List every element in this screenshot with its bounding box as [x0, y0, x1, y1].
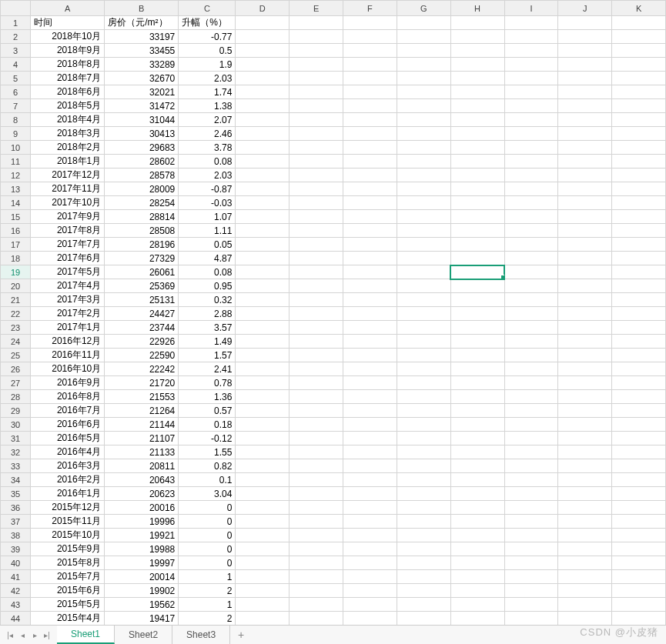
- cell-I8[interactable]: [504, 113, 558, 127]
- cell-F12[interactable]: [343, 169, 397, 182]
- cell-C1[interactable]: 升幅（%）: [179, 16, 236, 30]
- cell-J18[interactable]: [558, 252, 612, 265]
- cell-I19[interactable]: [504, 265, 558, 279]
- cell-A23[interactable]: 2017年1月: [31, 321, 105, 335]
- cell-A19[interactable]: 2017年5月: [31, 265, 105, 279]
- cell-D39[interactable]: [236, 542, 289, 556]
- cell-I11[interactable]: [504, 155, 558, 169]
- row-header-32[interactable]: 32: [1, 445, 31, 459]
- cell-B15[interactable]: 28814: [105, 210, 179, 224]
- cell-G37[interactable]: [397, 515, 450, 529]
- cell-B28[interactable]: 21553: [105, 390, 179, 404]
- column-header-F[interactable]: F: [343, 1, 397, 16]
- cell-I40[interactable]: [504, 556, 558, 570]
- cell-C24[interactable]: 1.49: [179, 335, 236, 349]
- cell-B9[interactable]: 30413: [105, 127, 179, 141]
- cell-I18[interactable]: [504, 252, 558, 265]
- cell-F11[interactable]: [343, 155, 397, 169]
- cell-G12[interactable]: [397, 169, 450, 182]
- cell-D5[interactable]: [236, 72, 289, 85]
- cell-I31[interactable]: [504, 432, 558, 445]
- cell-C35[interactable]: 3.04: [179, 487, 236, 501]
- cell-K7[interactable]: [612, 99, 666, 113]
- cell-B4[interactable]: 33289: [105, 58, 179, 72]
- cell-A37[interactable]: 2015年11月: [31, 515, 105, 529]
- cell-E27[interactable]: [289, 376, 343, 390]
- cell-F25[interactable]: [343, 349, 397, 362]
- cell-G27[interactable]: [397, 376, 450, 390]
- cell-K31[interactable]: [612, 432, 666, 445]
- cell-H24[interactable]: [450, 335, 504, 349]
- cell-K32[interactable]: [612, 445, 666, 459]
- cell-A30[interactable]: 2016年6月: [31, 418, 105, 432]
- row-header-43[interactable]: 43: [1, 598, 31, 612]
- cell-K6[interactable]: [612, 85, 666, 99]
- cell-E33[interactable]: [289, 459, 343, 473]
- cell-G41[interactable]: [397, 570, 450, 584]
- cell-E39[interactable]: [289, 542, 343, 556]
- cell-J26[interactable]: [558, 362, 612, 376]
- cell-G35[interactable]: [397, 487, 450, 501]
- cell-A21[interactable]: 2017年3月: [31, 293, 105, 307]
- cell-A25[interactable]: 2016年11月: [31, 349, 105, 362]
- cell-C22[interactable]: 2.88: [179, 307, 236, 321]
- cell-D17[interactable]: [236, 238, 289, 252]
- cell-G4[interactable]: [397, 58, 450, 72]
- cell-C34[interactable]: 0.1: [179, 473, 236, 487]
- cell-G3[interactable]: [397, 44, 450, 58]
- cell-I34[interactable]: [504, 473, 558, 487]
- cell-C23[interactable]: 3.57: [179, 321, 236, 335]
- cell-H42[interactable]: [450, 584, 504, 598]
- cell-D38[interactable]: [236, 529, 289, 542]
- cell-B21[interactable]: 25131: [105, 293, 179, 307]
- cell-K24[interactable]: [612, 335, 666, 349]
- cell-B23[interactable]: 23744: [105, 321, 179, 335]
- cell-E2[interactable]: [289, 30, 343, 44]
- cell-B1[interactable]: 房价（元/m²）: [105, 16, 179, 30]
- cell-H5[interactable]: [450, 72, 504, 85]
- cell-H27[interactable]: [450, 376, 504, 390]
- cell-J42[interactable]: [558, 584, 612, 598]
- cell-F9[interactable]: [343, 127, 397, 141]
- cell-B18[interactable]: 27329: [105, 252, 179, 265]
- cell-F43[interactable]: [343, 598, 397, 612]
- cell-I32[interactable]: [504, 445, 558, 459]
- cell-A7[interactable]: 2018年5月: [31, 99, 105, 113]
- row-header-27[interactable]: 27: [1, 376, 31, 390]
- cell-D20[interactable]: [236, 279, 289, 293]
- cell-D29[interactable]: [236, 404, 289, 418]
- tab-nav-last-icon[interactable]: ▸|: [42, 629, 52, 641]
- cell-H31[interactable]: [450, 432, 504, 445]
- cell-G38[interactable]: [397, 529, 450, 542]
- cell-C28[interactable]: 1.36: [179, 390, 236, 404]
- cell-C42[interactable]: 2: [179, 584, 236, 598]
- cell-H4[interactable]: [450, 58, 504, 72]
- cell-K11[interactable]: [612, 155, 666, 169]
- row-header-12[interactable]: 12: [1, 169, 31, 182]
- column-header-I[interactable]: I: [504, 1, 558, 16]
- cell-A35[interactable]: 2016年1月: [31, 487, 105, 501]
- cell-H34[interactable]: [450, 473, 504, 487]
- cell-K37[interactable]: [612, 515, 666, 529]
- cell-H3[interactable]: [450, 44, 504, 58]
- cell-A28[interactable]: 2016年8月: [31, 390, 105, 404]
- cell-C3[interactable]: 0.5: [179, 44, 236, 58]
- cell-H13[interactable]: [450, 182, 504, 196]
- cell-H35[interactable]: [450, 487, 504, 501]
- cell-A34[interactable]: 2016年2月: [31, 473, 105, 487]
- cell-K13[interactable]: [612, 182, 666, 196]
- cell-K19[interactable]: [612, 265, 666, 279]
- cell-E18[interactable]: [289, 252, 343, 265]
- cell-J32[interactable]: [558, 445, 612, 459]
- cell-A6[interactable]: 2018年6月: [31, 85, 105, 99]
- cell-D30[interactable]: [236, 418, 289, 432]
- cell-C26[interactable]: 2.41: [179, 362, 236, 376]
- row-header-39[interactable]: 39: [1, 542, 31, 556]
- cell-I30[interactable]: [504, 418, 558, 432]
- cell-I22[interactable]: [504, 307, 558, 321]
- cell-F13[interactable]: [343, 182, 397, 196]
- cell-C40[interactable]: 0: [179, 556, 236, 570]
- cell-E23[interactable]: [289, 321, 343, 335]
- cell-J11[interactable]: [558, 155, 612, 169]
- cell-D6[interactable]: [236, 85, 289, 99]
